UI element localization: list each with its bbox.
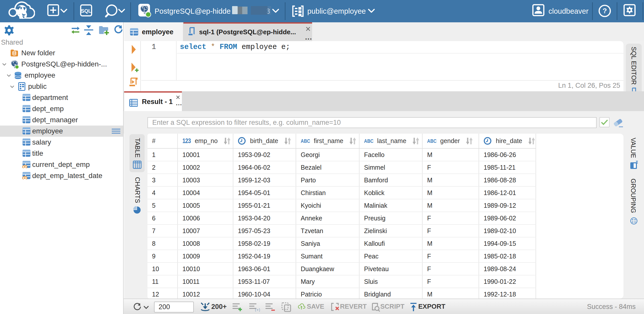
svg-text:?: ? [602, 7, 607, 15]
svg-text:(+): (+) [255, 307, 260, 312]
svg-text:SQL: SQL [81, 8, 91, 14]
